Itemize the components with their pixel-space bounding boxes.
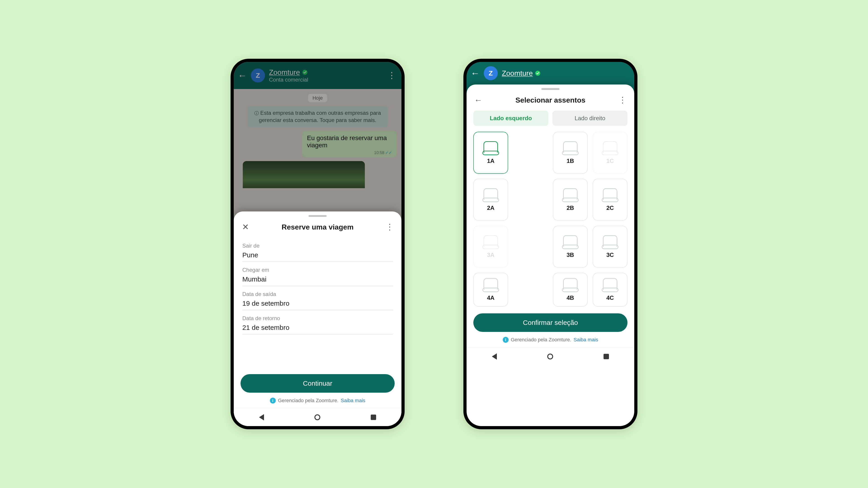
managed-link[interactable]: Saiba mais [574, 337, 598, 343]
sheet-content: Sair de Pune Chegar em Mumbai Data de sa… [234, 235, 401, 367]
seat-icon [603, 141, 617, 153]
seat-label: 4A [487, 294, 494, 301]
seat-label: 4C [606, 294, 614, 301]
side-tabs: Lado esquerdo Lado direito [467, 111, 634, 126]
nav-recents-icon[interactable] [603, 354, 609, 359]
seat-1A[interactable]: 1A [473, 132, 508, 174]
nav-recents-icon[interactable] [371, 415, 376, 420]
seat-icon [603, 278, 617, 290]
managed-text: Gerenciado pela Zoomture. [278, 398, 339, 403]
seat-3C[interactable]: 3C [593, 226, 627, 268]
seat-icon [563, 278, 578, 290]
tab-right-side[interactable]: Lado direito [553, 111, 627, 126]
date-out-label: Data de saída [242, 291, 393, 297]
more-options-icon[interactable]: ⋮ [618, 95, 627, 105]
depart-field[interactable]: Pune [242, 249, 393, 262]
seat-label: 1B [566, 158, 574, 164]
sheet-header: ✕ Reserve uma viagem ⋮ [234, 217, 401, 235]
seat-3B[interactable]: 3B [553, 226, 588, 268]
seat-selection-sheet: ← Selecionar assentos ⋮ Lado esquerdo La… [467, 85, 634, 426]
seat-icon [484, 235, 498, 247]
seat-icon [563, 188, 578, 200]
android-navbar [467, 347, 634, 365]
info-icon: i [270, 398, 276, 403]
date-out-field[interactable]: 19 de setembro [242, 297, 393, 310]
seat-icon [563, 141, 578, 153]
android-navbar [234, 408, 401, 426]
confirm-selection-button[interactable]: Confirmar seleção [473, 313, 627, 332]
aisle-gap [513, 226, 548, 268]
phone-mockup-left: ← Z Zoomture Conta comercial ⋮ Hoje ⓘ Es… [230, 59, 405, 429]
chat-header: ← Z Zoomture [467, 62, 634, 85]
seat-label: 2B [566, 204, 574, 212]
managed-link[interactable]: Saiba mais [341, 398, 365, 403]
more-options-icon[interactable]: ⋮ [385, 222, 395, 232]
phone-mockup-right: ← Z Zoomture ← Selecionar assentos ⋮ Lad… [463, 59, 638, 429]
nav-back-icon[interactable] [259, 414, 264, 420]
managed-by-footer: i Gerenciado pela Zoomture. Saiba mais [234, 393, 401, 408]
tab-left-side[interactable]: Lado esquerdo [473, 111, 548, 126]
nav-back-icon[interactable] [492, 353, 497, 360]
seat-4B[interactable]: 4B [553, 273, 588, 306]
arrive-field[interactable]: Mumbai [242, 273, 393, 286]
aisle-gap [513, 179, 548, 221]
seat-icon [603, 188, 617, 200]
seat-1B[interactable]: 1B [553, 132, 588, 174]
date-return-label: Data de retorno [242, 315, 393, 322]
seat-label: 1C [606, 158, 614, 164]
phone-screen: ← Z Zoomture ← Selecionar assentos ⋮ Lad… [467, 62, 634, 426]
arrive-label: Chegar em [242, 267, 393, 273]
seat-2C[interactable]: 2C [593, 179, 627, 221]
drag-handle-icon[interactable] [541, 88, 559, 90]
seat-2A[interactable]: 2A [473, 179, 508, 221]
nav-home-icon[interactable] [547, 354, 553, 359]
seat-icon [563, 235, 578, 247]
sheet-title: Selecionar assentos [515, 96, 585, 104]
verified-badge-icon [535, 70, 540, 76]
seat-label: 2C [606, 204, 614, 212]
continue-button[interactable]: Continuar [241, 374, 395, 393]
seat-grid: 1A1B1C2A2B2C3A3B3C4A4B4C [467, 126, 634, 306]
date-return-field[interactable]: 21 de setembro [242, 322, 393, 334]
seat-1C: 1C [593, 132, 627, 174]
back-icon[interactable]: ← [473, 95, 483, 105]
phone-screen: ← Z Zoomture Conta comercial ⋮ Hoje ⓘ Es… [234, 62, 401, 426]
seat-label: 3C [606, 252, 614, 258]
seat-label: 3A [487, 252, 494, 258]
back-arrow-icon[interactable]: ← [471, 68, 480, 78]
aisle-gap [513, 132, 548, 174]
seat-4C[interactable]: 4C [593, 273, 627, 306]
business-name: Zoomture [502, 69, 540, 77]
booking-bottom-sheet: ✕ Reserve uma viagem ⋮ Sair de Pune Cheg… [234, 212, 401, 426]
seat-label: 3B [566, 252, 574, 258]
seat-icon [484, 141, 498, 153]
managed-by-footer: i Gerenciado pela Zoomture. Saiba mais [467, 332, 634, 347]
seat-3A: 3A [473, 226, 508, 268]
nav-home-icon[interactable] [314, 414, 320, 420]
info-icon: i [503, 337, 508, 343]
business-name-text: Zoomture [502, 69, 533, 77]
depart-label: Sair de [242, 242, 393, 249]
sheet-header: ← Selecionar assentos ⋮ [467, 90, 634, 108]
close-icon[interactable]: ✕ [241, 222, 250, 232]
seat-label: 4B [566, 294, 574, 301]
seat-4A[interactable]: 4A [473, 273, 508, 306]
seat-2B[interactable]: 2B [553, 179, 588, 221]
drag-handle-icon[interactable] [309, 215, 327, 217]
seat-icon [484, 188, 498, 200]
seat-label: 1A [487, 158, 494, 164]
seat-icon [603, 235, 617, 247]
sheet-title: Reserve uma viagem [282, 223, 353, 231]
managed-text: Gerenciado pela Zoomture. [511, 337, 571, 343]
aisle-gap [513, 273, 548, 306]
seat-icon [484, 278, 498, 290]
business-avatar[interactable]: Z [484, 66, 498, 80]
seat-label: 2A [487, 204, 494, 212]
